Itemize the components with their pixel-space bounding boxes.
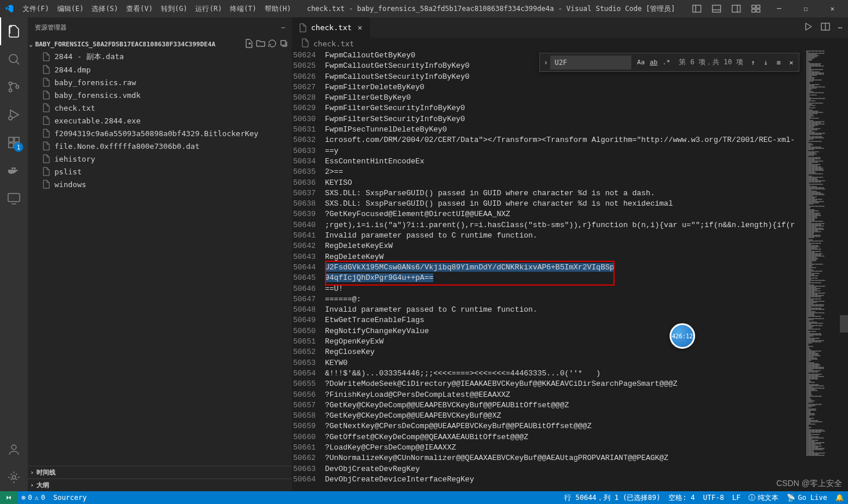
svg-line-11 xyxy=(16,61,19,64)
golive-label: Go Live xyxy=(798,494,827,502)
code-content[interactable]: FwpmCalloutGetByKey0FwpmCalloutGetSecuri… xyxy=(325,50,806,491)
floating-timer-orb[interactable]: 426:12 xyxy=(670,323,695,349)
layout-sidebar-right-icon[interactable] xyxy=(726,0,746,17)
activity-docker[interactable] xyxy=(0,156,28,184)
tabs-row: check.txt ✕ ⋯ xyxy=(293,17,848,38)
svg-point-23 xyxy=(12,445,16,450)
folder-header[interactable]: ⌄ BABY_FORENSICS_58A2FD5B17EAC8108638F33… xyxy=(28,38,292,50)
activity-source-control[interactable] xyxy=(0,73,28,101)
menu-edit[interactable]: 编辑(E) xyxy=(53,0,88,17)
tab-check-txt[interactable]: check.txt ✕ xyxy=(293,17,371,38)
status-eol[interactable]: LF xyxy=(728,491,744,504)
warning-count: 0 xyxy=(41,494,45,502)
breadcrumb-path: check.txt xyxy=(313,39,354,48)
activity-extensions[interactable]: 1 xyxy=(0,129,28,156)
svg-point-12 xyxy=(9,82,12,85)
regex-icon[interactable]: .* xyxy=(660,57,672,68)
sidebar-more-icon[interactable]: ⋯ xyxy=(281,24,285,31)
file-item[interactable]: baby_forensics.raw xyxy=(28,76,292,89)
error-icon: ⊗ xyxy=(21,494,25,502)
editor-actions: ⋯ xyxy=(798,17,848,38)
menu-selection[interactable]: 选择(S) xyxy=(87,0,122,17)
layout-panel-icon[interactable] xyxy=(707,0,726,17)
status-remote[interactable] xyxy=(0,491,17,504)
vertical-scrollbar[interactable] xyxy=(840,50,848,491)
breadcrumb[interactable]: check.txt xyxy=(293,38,848,50)
svg-rect-19 xyxy=(9,143,13,148)
status-notifications[interactable]: 🔔 xyxy=(831,491,848,504)
status-indent[interactable]: 空格: 4 xyxy=(664,491,699,504)
file-icon xyxy=(42,116,51,125)
more-actions-icon[interactable]: ⋯ xyxy=(838,24,842,32)
orb-text: 426:12 xyxy=(672,333,693,339)
find-close-icon[interactable]: ✕ xyxy=(785,56,798,69)
menu-run[interactable]: 运行(R) xyxy=(191,0,226,17)
text-editor[interactable]: 5062450625506265062750628506295063050631… xyxy=(293,50,806,491)
file-item[interactable]: file.None.0xfffffa800e7306b0.dat xyxy=(28,140,292,152)
new-file-icon[interactable] xyxy=(244,39,254,50)
svg-rect-9 xyxy=(756,9,760,12)
split-editor-icon[interactable] xyxy=(821,22,830,33)
file-item[interactable]: pslist xyxy=(28,165,292,178)
match-case-icon[interactable]: Aa xyxy=(635,57,646,68)
match-whole-word-icon[interactable]: ab xyxy=(648,57,659,68)
file-item[interactable]: iehistory xyxy=(28,152,292,165)
section-outline[interactable]: › 大纲 xyxy=(28,479,292,491)
editor-area[interactable]: › Aa ab .* 第 6 项，共 10 项 ↑ ↓ ≡ ✕ 50624506… xyxy=(293,50,848,491)
scrollbar-thumb[interactable] xyxy=(840,315,848,333)
activity-search[interactable] xyxy=(0,45,28,73)
bell-icon: 🔔 xyxy=(835,494,844,502)
file-item[interactable]: check.txt xyxy=(28,101,292,114)
file-item[interactable]: windows xyxy=(28,178,292,191)
menu-terminal[interactable]: 终端(T) xyxy=(226,0,261,17)
file-item[interactable]: f2094319c9a6a55093a50898a0bf4329.Bitlock… xyxy=(28,127,292,140)
activity-bar: 1 xyxy=(0,17,28,491)
activity-run-debug[interactable] xyxy=(0,101,28,129)
section-timeline[interactable]: › 时间线 xyxy=(28,466,292,479)
file-icon xyxy=(42,141,51,151)
find-toggle-replace-icon[interactable]: › xyxy=(541,53,550,71)
menu-file[interactable]: 文件(F) xyxy=(19,0,53,17)
file-name: check.txt xyxy=(54,104,95,112)
status-golive[interactable]: 📡 Go Live xyxy=(783,491,831,504)
menu-go[interactable]: 转到(G) xyxy=(157,0,192,17)
status-bar: ⊗0 ⚠0 Sourcery 行 50644，列 1 (已选择89) 空格: 4… xyxy=(0,491,848,504)
find-input[interactable] xyxy=(550,56,631,70)
refresh-icon[interactable] xyxy=(268,39,277,50)
window-close-button[interactable]: ✕ xyxy=(819,0,846,17)
collapse-all-icon[interactable] xyxy=(279,39,288,50)
status-sourcery[interactable]: Sourcery xyxy=(49,491,91,504)
file-name: baby_forensics.vmdk xyxy=(54,91,141,100)
activity-explorer[interactable] xyxy=(0,17,28,45)
status-line-col[interactable]: 行 50644，列 1 (已选择89) xyxy=(560,491,664,504)
find-filter-icon[interactable]: ≡ xyxy=(772,56,785,69)
tab-close-icon[interactable]: ✕ xyxy=(355,23,364,32)
customize-layout-icon[interactable] xyxy=(746,0,766,17)
find-prev-icon[interactable]: ↑ xyxy=(747,56,759,69)
file-item[interactable]: executable.2844.exe xyxy=(28,114,292,127)
find-next-icon[interactable]: ↓ xyxy=(759,56,772,69)
window-maximize-button[interactable]: ☐ xyxy=(792,0,819,17)
activity-settings[interactable] xyxy=(0,463,28,491)
window-minimize-button[interactable]: ─ xyxy=(766,0,792,17)
chevron-right-icon: › xyxy=(30,481,34,489)
svg-point-16 xyxy=(9,116,12,120)
status-problems[interactable]: ⊗0 ⚠0 xyxy=(17,491,49,504)
activity-account[interactable] xyxy=(0,436,28,463)
file-icon xyxy=(42,78,51,87)
file-item[interactable]: baby_forensics.vmdk xyxy=(28,89,292,101)
menu-view[interactable]: 查看(V) xyxy=(122,0,157,17)
file-icon xyxy=(42,103,51,112)
activity-remote[interactable] xyxy=(0,184,28,212)
file-item[interactable]: 2844 - 副本.data xyxy=(28,50,292,63)
new-folder-icon[interactable] xyxy=(256,39,265,50)
menu-help[interactable]: 帮助(H) xyxy=(261,0,295,17)
file-item[interactable]: 2844.dmp xyxy=(28,63,292,76)
outline-label: 大纲 xyxy=(36,481,49,490)
status-encoding[interactable]: UTF-8 xyxy=(699,491,728,504)
file-name: iehistory xyxy=(54,155,95,163)
minimap[interactable]: ████████████████████████████████████████… xyxy=(806,50,840,491)
run-icon[interactable] xyxy=(803,22,813,33)
status-language[interactable]: ⓘ 纯文本 xyxy=(744,491,783,504)
toggle-panel-icon[interactable] xyxy=(687,0,707,17)
